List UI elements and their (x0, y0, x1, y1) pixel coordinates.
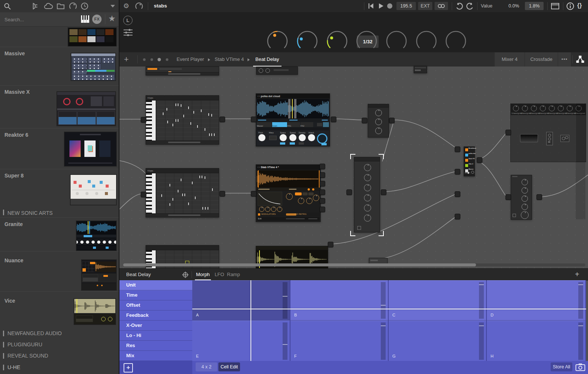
node-port[interactable] (455, 169, 460, 174)
morph-cell-h[interactable]: H (487, 321, 585, 361)
node-port[interactable] (251, 191, 256, 197)
node-port[interactable] (220, 117, 225, 122)
add-module-button[interactable]: + (124, 55, 129, 64)
toggle-on[interactable] (290, 142, 295, 145)
cell-fader[interactable] (578, 282, 583, 319)
tab-mixer[interactable]: Mixer 4 (495, 52, 525, 67)
knob[interactable] (277, 207, 282, 212)
tab[interactable]: Master (257, 122, 272, 127)
macro-knob-attack[interactable] (322, 29, 352, 53)
dropdown[interactable] (317, 123, 322, 126)
node-port[interactable] (320, 164, 325, 169)
node-port[interactable] (320, 172, 325, 178)
knob[interactable] (306, 198, 312, 204)
morph-cell-e[interactable]: E (192, 321, 290, 361)
patch-title[interactable]: stabs (154, 3, 167, 9)
node-port[interactable] (320, 189, 325, 195)
canvas-scrollbar-thumb[interactable] (123, 263, 476, 266)
cell-fader[interactable] (479, 322, 484, 360)
knob[interactable] (259, 207, 264, 212)
macro-knob-08[interactable] (441, 29, 471, 53)
record-icon[interactable] (387, 3, 393, 9)
value-current[interactable]: 1.8% (525, 2, 544, 10)
overlay-scroll-strip[interactable] (576, 104, 586, 162)
plugin-list-item-massive-x[interactable]: Massive X (0, 85, 119, 129)
play-icon[interactable] (379, 3, 384, 9)
breadcrumb-item[interactable]: Stab VTime 4 (215, 52, 244, 67)
panel-layout-icon[interactable] (551, 3, 559, 9)
cell-fader[interactable] (381, 282, 386, 319)
gear-icon[interactable]: ⚙ (123, 2, 129, 10)
plugin-list-item-granite[interactable]: Granite (0, 217, 119, 251)
plugin-list-item-reaktor[interactable]: Reaktor 6 (0, 128, 119, 169)
morph-target-icon[interactable] (182, 272, 189, 278)
tab-active[interactable]: Grain (272, 122, 287, 127)
node-port[interactable] (320, 207, 325, 212)
plugin-list-item-vice[interactable]: Vice (0, 291, 119, 326)
mixer-settings-icon[interactable] (123, 28, 133, 37)
info-icon[interactable] (566, 2, 574, 10)
breadcrumb-item-active[interactable]: Beat Delay (255, 52, 279, 67)
waveform-display[interactable] (257, 99, 329, 118)
vendor-header[interactable]: REVEAL SOUND (4, 353, 48, 359)
mixer-channel[interactable]: Vibe 2 (464, 163, 475, 169)
knob[interactable] (298, 198, 304, 204)
macro-knob-pan[interactable] (262, 29, 292, 53)
node-port[interactable] (455, 214, 460, 219)
node-port[interactable] (505, 130, 511, 135)
cell-edit-button[interactable]: Cell Edit (218, 362, 240, 371)
module-partial[interactable] (414, 66, 427, 73)
plugin-list-item-massive[interactable]: Massive (0, 47, 119, 86)
node-port[interactable] (362, 118, 367, 123)
knob[interactable] (299, 134, 306, 141)
node-port[interactable] (477, 157, 482, 163)
tab[interactable]: FX1 (287, 122, 300, 127)
search-input[interactable] (4, 15, 76, 24)
grid-size-button[interactable]: 4 x 2 (196, 362, 217, 371)
node-port[interactable] (141, 192, 146, 197)
note-grid[interactable] (156, 101, 219, 141)
knob-icon[interactable] (69, 2, 77, 10)
param-row-xover[interactable]: X-Over (119, 321, 192, 331)
piano-filter-icon[interactable] (81, 15, 90, 23)
module-partial[interactable] (256, 67, 298, 75)
mixer-channel[interactable]: Stab VTi (464, 158, 475, 163)
mode-button[interactable] (308, 192, 314, 195)
morph-grid[interactable]: A B C D E F G H (192, 280, 586, 361)
knob[interactable] (313, 195, 319, 201)
macro-knob-start[interactable] (292, 29, 322, 53)
node-port[interactable] (220, 191, 225, 197)
node-port[interactable] (455, 146, 460, 152)
knob[interactable] (265, 207, 270, 212)
plugin-list-item[interactable] (0, 26, 119, 47)
vendor-header[interactable]: U-HE (4, 364, 20, 370)
chevron-down-icon[interactable] (111, 5, 115, 7)
plugin-icon[interactable] (31, 3, 39, 10)
module-granite[interactable]: ‹ › polka dot cloud Master Grain FX1 FX2… (256, 93, 330, 146)
macro-knob-06[interactable] (382, 29, 411, 53)
envelope-display[interactable] (258, 192, 282, 206)
sync-toggle[interactable] (323, 122, 329, 127)
store-all-button[interactable]: Store All (551, 362, 572, 371)
redo-icon[interactable] (466, 2, 474, 10)
plugin-list-item-super8[interactable]: Super 8 (0, 169, 119, 210)
snapshot-camera-icon[interactable] (575, 363, 585, 371)
folder-icon[interactable] (57, 3, 65, 9)
mixer-channel[interactable]: polka dot (464, 153, 475, 158)
param-row-lohi[interactable]: Lo - Hi (119, 331, 192, 341)
module-beat-delay-node[interactable] (354, 157, 380, 232)
morph-cell-g[interactable]: G (389, 321, 486, 361)
param-row-feedback[interactable]: Feedback (119, 310, 192, 321)
node-port[interactable] (320, 198, 325, 204)
macro-knob-05[interactable] (352, 29, 382, 53)
node-port[interactable] (505, 194, 511, 200)
knob[interactable] (289, 134, 296, 141)
node-port[interactable] (320, 181, 325, 186)
module-partial-small[interactable] (369, 258, 388, 264)
knob[interactable] (286, 193, 293, 200)
mixer-channel-master[interactable]: Master (464, 169, 475, 174)
knob[interactable] (258, 134, 265, 141)
loop-link-button[interactable] (435, 2, 448, 10)
cell-fader[interactable] (479, 282, 484, 319)
toggle-on[interactable] (321, 143, 327, 145)
